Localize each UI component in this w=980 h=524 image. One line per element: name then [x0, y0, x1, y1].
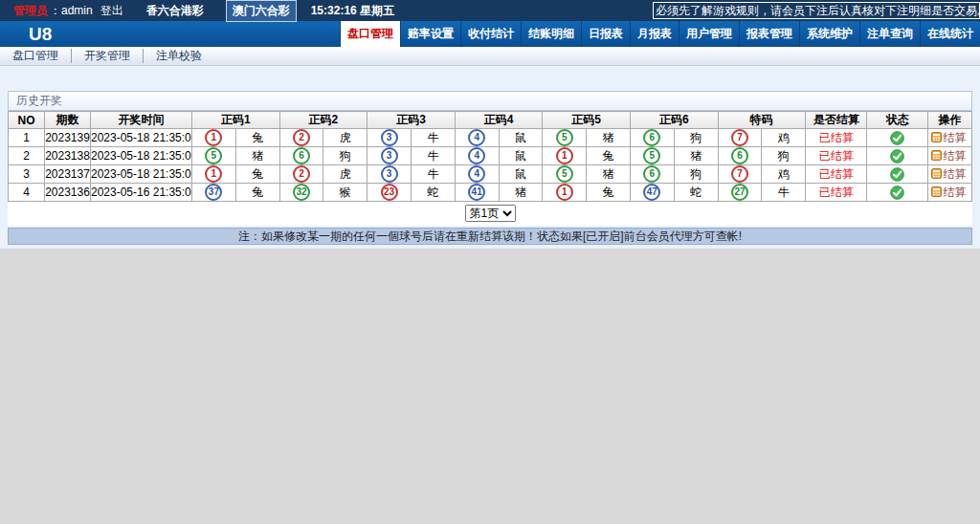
status-cell — [867, 129, 928, 147]
nav-tab-1[interactable]: 赔率设置 — [400, 21, 460, 47]
footer-note: 注：如果修改某一期的任何一個球号后请在重新结算该期！状态如果[已开启]前台会员代… — [8, 228, 972, 245]
green-check-icon[interactable] — [890, 130, 904, 143]
ball-zodiac: 牛 — [762, 184, 806, 202]
ball-cell: 2 — [279, 165, 323, 184]
ball-cell: 3 — [368, 165, 412, 184]
status-cell — [867, 147, 928, 165]
green-check-icon[interactable] — [890, 148, 904, 162]
col-header: 操作 — [928, 112, 972, 129]
ball-cell: 5 — [543, 165, 587, 184]
history-table: NO期数开奖时间正码1正码2正码3正码4正码5正码6特码是否结算状态操作1202… — [8, 111, 972, 202]
status-cell — [867, 165, 928, 184]
ball-zodiac: 猪 — [587, 129, 631, 147]
green-check-icon[interactable] — [890, 166, 904, 180]
ball-cell: 1 — [543, 184, 587, 202]
ball-zodiac: 猪 — [499, 184, 543, 202]
top-status-bar: 管理员 ：admin 登出 香六合港彩 澳门六合彩 15:32:16 星期五 必… — [0, 0, 980, 21]
row-draw-time: 2023-05-18 21:35:00 — [91, 165, 192, 184]
ball-number: 37 — [205, 184, 222, 201]
ball-cell: 5 — [630, 147, 674, 165]
settle-status-text: 已结算 — [819, 167, 854, 181]
ball-number: 1 — [556, 184, 573, 201]
ball-cell: 1 — [543, 147, 587, 165]
op-settle[interactable]: 结算 — [931, 149, 966, 163]
ball-number: 5 — [205, 147, 222, 164]
table-row: 120231392023-05-18 21:35:001兔2虎3牛4鼠5猪6狗7… — [9, 129, 972, 147]
ball-cell: 4 — [455, 129, 499, 147]
table-row: 320231372023-05-18 21:35:001兔2虎3牛4鼠5猪6狗7… — [9, 165, 972, 184]
nav-tab-8[interactable]: 系统维护 — [799, 21, 859, 47]
ball-number: 6 — [643, 165, 660, 183]
op-settle[interactable]: 结算 — [931, 167, 966, 181]
col-header: 正码3 — [368, 112, 456, 129]
ball-number: 5 — [643, 147, 660, 164]
ball-zodiac: 狗 — [674, 129, 718, 147]
row-issue: 2023136 — [45, 184, 91, 202]
col-header: 正码1 — [192, 112, 280, 129]
ball-cell: 6 — [630, 129, 674, 147]
pagination-bar: 第1页 — [8, 202, 972, 226]
ball-zodiac: 狗 — [323, 147, 368, 165]
page-select[interactable]: 第1页 — [465, 205, 516, 222]
ball-cell: 47 — [630, 184, 674, 202]
main-nav: 盘口管理赔率设置收付结计结账明细日报表月报表用户管理报表管理系统维护注单查询在线… — [340, 21, 980, 47]
settle-status-text: 已结算 — [819, 149, 854, 163]
ops-cell: 结算重结算修改删除 — [928, 129, 972, 147]
ball-number: 4 — [468, 165, 485, 183]
ball-number: 47 — [643, 184, 660, 201]
row-no: 4 — [9, 184, 45, 202]
lottery-tab-hk[interactable]: 香六合港彩 — [141, 1, 210, 21]
table-header-row: NO期数开奖时间正码1正码2正码3正码4正码5正码6特码是否结算状态操作 — [9, 112, 972, 129]
nav-tab-0[interactable]: 盘口管理 — [340, 21, 400, 47]
row-draw-time: 2023-05-18 21:35:00 — [91, 147, 192, 165]
ops-cell: 结算重结算修改删除 — [928, 184, 972, 202]
clock-text: 15:32:16 星期五 — [311, 3, 394, 19]
nav-tab-3[interactable]: 结账明细 — [521, 21, 581, 47]
settle-cell: 已结算 — [806, 165, 867, 184]
ball-number: 5 — [556, 129, 573, 146]
col-header: 状态 — [867, 112, 928, 129]
main-header-bar: U8 盘口管理赔率设置收付结计结账明细日报表月报表用户管理报表管理系统维护注单查… — [0, 21, 980, 47]
nav-tab-10[interactable]: 在线统计 — [920, 21, 980, 47]
col-header: 期数 — [45, 112, 91, 129]
ball-cell: 6 — [718, 147, 762, 165]
nav-tab-6[interactable]: 用户管理 — [679, 21, 739, 47]
panel-title: 历史开奖 — [8, 91, 972, 111]
col-header: 正码5 — [543, 112, 631, 129]
nav-tab-4[interactable]: 日报表 — [581, 21, 630, 47]
lottery-tab-macau[interactable]: 澳门六合彩 — [227, 1, 296, 21]
nav-tab-5[interactable]: 月报表 — [630, 21, 679, 47]
ball-number: 4 — [468, 129, 485, 146]
submenu-item-0[interactable]: 盘口管理 — [0, 47, 71, 65]
nav-tab-9[interactable]: 注单查询 — [859, 21, 920, 47]
calculator-icon — [931, 149, 943, 163]
ball-zodiac: 猪 — [674, 147, 718, 165]
op-settle[interactable]: 结算 — [931, 186, 966, 199]
logout-link[interactable]: 登出 — [100, 3, 123, 19]
content-area: 历史开奖 NO期数开奖时间正码1正码2正码3正码4正码5正码6特码是否结算状态操… — [0, 66, 980, 249]
ball-zodiac: 鸡 — [762, 129, 806, 147]
ball-number: 2 — [293, 129, 310, 146]
nav-tab-2[interactable]: 收付结计 — [460, 21, 521, 47]
nav-tab-7[interactable]: 报表管理 — [739, 21, 799, 47]
ball-zodiac: 蛇 — [674, 184, 718, 202]
ball-zodiac: 兔 — [235, 165, 279, 184]
submenu-item-2[interactable]: 注单校验 — [144, 47, 214, 65]
ball-zodiac: 猪 — [235, 147, 279, 165]
submenu-item-1[interactable]: 开奖管理 — [72, 47, 143, 65]
green-check-icon[interactable] — [890, 185, 904, 198]
ball-cell: 2 — [279, 129, 323, 147]
ball-zodiac: 虎 — [323, 165, 368, 184]
ball-cell: 3 — [368, 147, 412, 165]
calculator-icon — [931, 167, 943, 181]
ball-zodiac: 鼠 — [499, 165, 543, 184]
row-issue: 2023139 — [45, 129, 91, 147]
admin-role-label: 管理员 — [13, 3, 48, 19]
brand-logo: U8 — [29, 21, 52, 47]
ball-number: 7 — [731, 165, 748, 183]
ball-cell: 6 — [279, 147, 323, 165]
ball-cell: 6 — [630, 165, 674, 184]
ball-zodiac: 鼠 — [499, 129, 543, 147]
ball-cell: 32 — [279, 184, 323, 202]
op-settle[interactable]: 结算 — [931, 131, 966, 144]
